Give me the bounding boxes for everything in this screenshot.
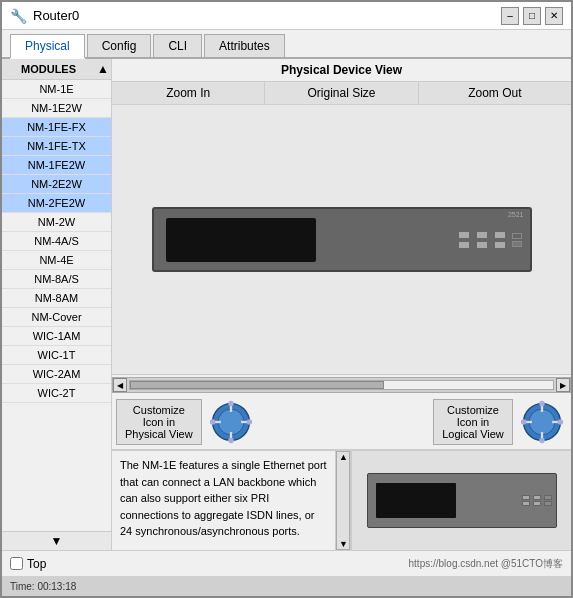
modules-header: MODULES (2, 59, 95, 79)
tab-config[interactable]: Config (87, 34, 152, 57)
scroll-right-btn[interactable]: ▶ (556, 378, 570, 392)
device-image-right (351, 451, 571, 550)
maximize-button[interactable]: □ (523, 7, 541, 25)
svg-point-1 (218, 409, 244, 435)
main-window: 🔧 Router0 – □ ✕ Physical Config CLI Attr… (0, 0, 573, 598)
module-nm1fe2w[interactable]: NM-1FE2W (2, 156, 111, 175)
svg-point-6 (228, 401, 234, 407)
zoom-in-button[interactable]: Zoom In (112, 82, 265, 104)
app-icon: 🔧 (10, 8, 27, 24)
customize-logical-group: Customize Icon in Logical View (433, 399, 567, 445)
module-nm2fe2w[interactable]: NM-2FE2W (2, 194, 111, 213)
scrollbar-track[interactable] (129, 380, 554, 390)
svg-point-9 (246, 419, 252, 425)
svg-point-11 (529, 409, 555, 435)
main-content: MODULES ▲ NM-1E NM-1E2W NM-1FE-FX NM-1FE… (2, 59, 571, 550)
module-nm8am[interactable]: NM-8AM (2, 289, 111, 308)
tab-physical[interactable]: Physical (10, 34, 85, 59)
svg-point-17 (539, 438, 545, 444)
title-bar: 🔧 Router0 – □ ✕ (2, 2, 571, 30)
zoom-out-button[interactable]: Zoom Out (419, 82, 571, 104)
svg-point-7 (228, 438, 234, 444)
scrollbar-thumb[interactable] (130, 381, 384, 389)
module-nm8as[interactable]: NM-8A/S (2, 270, 111, 289)
top-label: Top (27, 557, 46, 571)
time-display: Time: 00:13:18 (10, 581, 76, 592)
bottom-buttons: Customize Icon in Physical View (112, 395, 571, 450)
sidebar: MODULES ▲ NM-1E NM-1E2W NM-1FE-FX NM-1FE… (2, 59, 112, 550)
module-nm2e2w[interactable]: NM-2E2W (2, 175, 111, 194)
watermark-text: https://blog.csdn.net @51CTO博客 (409, 557, 563, 571)
customize-physical-group: Customize Icon in Physical View (116, 399, 256, 445)
tab-attributes[interactable]: Attributes (204, 34, 285, 57)
title-bar-left: 🔧 Router0 (10, 8, 79, 24)
description-area: The NM-1E features a single Ethernet por… (112, 450, 571, 550)
module-wic1am[interactable]: WIC-1AM (2, 327, 111, 346)
module-nm1fefx[interactable]: NM-1FE-FX (2, 118, 111, 137)
router-svg-physical (208, 399, 254, 445)
module-wic1t[interactable]: WIC-1T (2, 346, 111, 365)
desc-scrollbar[interactable]: ▲ ▼ (336, 451, 350, 550)
tab-bar: Physical Config CLI Attributes (2, 30, 571, 59)
device-image: 2521 (122, 115, 561, 364)
device-view: 2521 (112, 105, 571, 375)
main-panel: Physical Device View Zoom In Original Si… (112, 59, 571, 550)
description-text: The NM-1E features a single Ethernet por… (112, 451, 336, 550)
scroll-left-btn[interactable]: ◀ (113, 378, 127, 392)
module-nmcover[interactable]: NM-Cover (2, 308, 111, 327)
panel-title: Physical Device View (112, 59, 571, 81)
desc-scroll-up[interactable]: ▲ (339, 452, 348, 462)
time-bar: Time: 00:13:18 (2, 576, 571, 596)
window-title: Router0 (33, 8, 79, 23)
minimize-button[interactable]: – (501, 7, 519, 25)
sidebar-scroll-up[interactable]: ▲ (95, 60, 111, 78)
module-nm1e2w[interactable]: NM-1E2W (2, 99, 111, 118)
physical-router-icon (206, 402, 256, 442)
top-checkbox[interactable] (10, 557, 23, 570)
svg-point-19 (558, 419, 564, 425)
module-nm2w[interactable]: NM-2W (2, 213, 111, 232)
title-buttons: – □ ✕ (501, 7, 563, 25)
svg-point-18 (521, 419, 527, 425)
horizontal-scrollbar[interactable]: ◀ ▶ (112, 377, 571, 393)
close-button[interactable]: ✕ (545, 7, 563, 25)
top-checkbox-area: Top (10, 557, 46, 571)
router-svg-logical (519, 399, 565, 445)
module-wic2t[interactable]: WIC-2T (2, 384, 111, 403)
svg-point-16 (539, 401, 545, 407)
svg-point-8 (210, 419, 216, 425)
customize-physical-button[interactable]: Customize Icon in Physical View (116, 399, 202, 445)
module-nm1e[interactable]: NM-1E (2, 80, 111, 99)
module-nm4as[interactable]: NM-4A/S (2, 232, 111, 251)
logical-router-icon (517, 402, 567, 442)
original-size-button[interactable]: Original Size (265, 82, 418, 104)
tab-cli[interactable]: CLI (153, 34, 202, 57)
sidebar-scroll-down[interactable]: ▼ (51, 534, 63, 548)
module-nm4e[interactable]: NM-4E (2, 251, 111, 270)
zoom-bar: Zoom In Original Size Zoom Out (112, 81, 571, 105)
modules-list: NM-1E NM-1E2W NM-1FE-FX NM-1FE-TX NM-1FE… (2, 80, 111, 531)
module-nm1fetx[interactable]: NM-1FE-TX (2, 137, 111, 156)
bottom-bar: Top https://blog.csdn.net @51CTO博客 (2, 550, 571, 576)
desc-scroll-down[interactable]: ▼ (339, 539, 348, 549)
module-wic2am[interactable]: WIC-2AM (2, 365, 111, 384)
customize-logical-button[interactable]: Customize Icon in Logical View (433, 399, 513, 445)
